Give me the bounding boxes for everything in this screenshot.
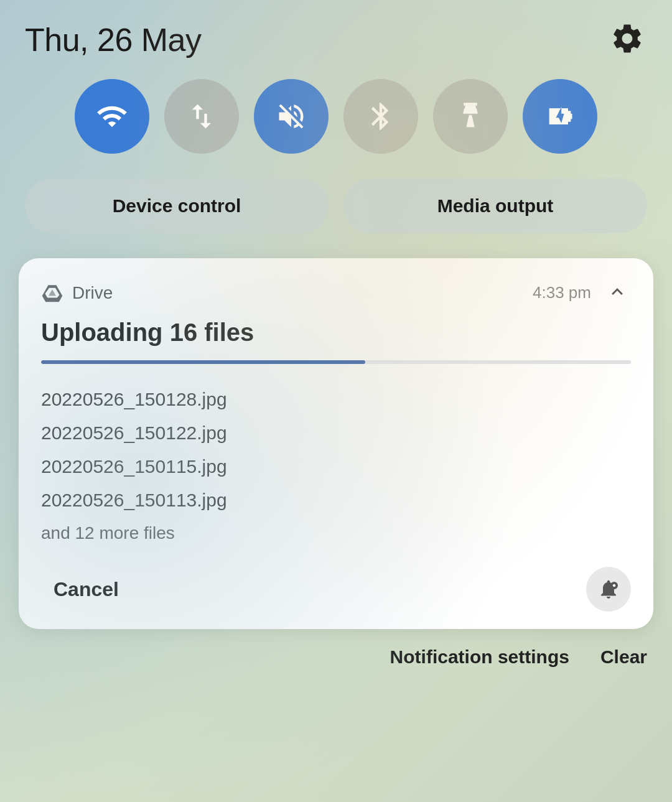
notification-header: Drive 4:33 pm <box>41 278 631 307</box>
media-output-button[interactable]: Media output <box>343 179 647 233</box>
drive-app-icon <box>41 282 63 304</box>
file-item: 20220526_150128.jpg <box>41 383 631 416</box>
wifi-icon <box>96 100 128 133</box>
sound-toggle[interactable] <box>254 79 329 154</box>
file-item: 20220526_150122.jpg <box>41 416 631 450</box>
data-transfer-icon <box>185 100 218 133</box>
notification-time: 4:33 pm <box>533 283 591 302</box>
flashlight-icon <box>454 100 487 133</box>
gear-icon <box>610 21 645 56</box>
bluetooth-icon <box>365 100 397 133</box>
notification-actions: Cancel <box>41 567 631 612</box>
more-files-text: and 12 more files <box>41 517 631 549</box>
bell-settings-icon <box>597 578 620 600</box>
notification-alert-settings-button[interactable] <box>586 567 631 612</box>
notification-title: Uploading 16 files <box>41 319 631 347</box>
quick-toggles-row <box>0 73 672 172</box>
status-bar: Thu, 26 May <box>0 0 672 73</box>
progress-fill <box>41 360 365 364</box>
chevron-up-icon <box>606 281 628 303</box>
control-buttons-row: Device control Media output <box>0 172 672 252</box>
svg-rect-0 <box>465 106 475 110</box>
upload-progress-bar <box>41 360 631 364</box>
cancel-upload-button[interactable]: Cancel <box>41 572 131 607</box>
mobile-data-toggle[interactable] <box>164 79 239 154</box>
file-item: 20220526_150115.jpg <box>41 450 631 483</box>
clear-notifications-button[interactable]: Clear <box>600 646 647 668</box>
device-control-button[interactable]: Device control <box>25 179 329 233</box>
notification-settings-button[interactable]: Notification settings <box>390 646 569 668</box>
settings-gear-button[interactable] <box>607 19 647 60</box>
file-list: 20220526_150128.jpg 20220526_150122.jpg … <box>41 383 631 549</box>
flashlight-toggle[interactable] <box>433 79 508 154</box>
notification-card: Drive 4:33 pm Uploading 16 files 2022052… <box>19 258 653 629</box>
notification-app-name: Drive <box>72 283 533 303</box>
date-display: Thu, 26 May <box>25 21 202 58</box>
file-item: 20220526_150113.jpg <box>41 483 631 517</box>
bluetooth-toggle[interactable] <box>343 79 418 154</box>
mute-icon <box>275 100 307 133</box>
bottom-bar: Notification settings Clear <box>0 629 672 680</box>
wifi-toggle[interactable] <box>75 79 149 154</box>
notification-collapse-button[interactable] <box>604 278 631 307</box>
battery-saver-icon <box>544 100 576 133</box>
battery-saver-toggle[interactable] <box>523 79 597 154</box>
